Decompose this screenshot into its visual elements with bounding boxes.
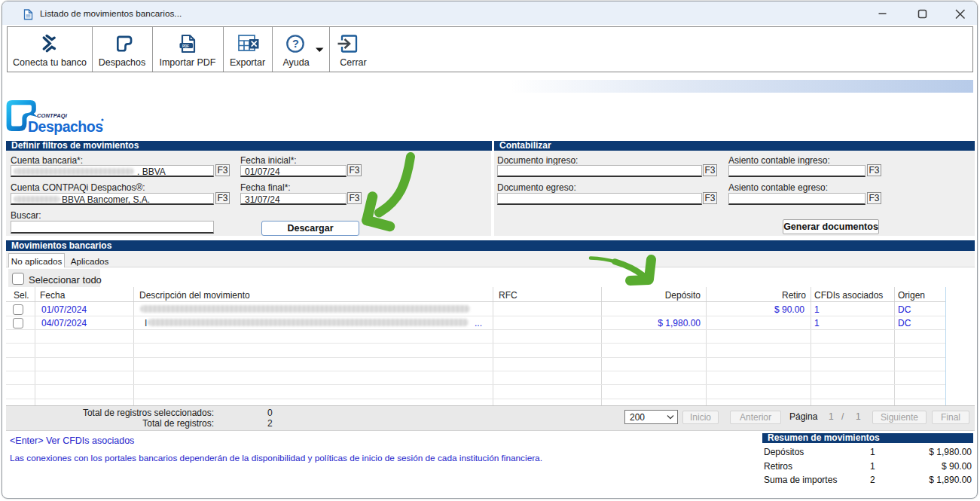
svg-text:Despachos: Despachos: [28, 118, 103, 135]
svg-text:?: ?: [292, 38, 299, 50]
svg-text:PDF: PDF: [182, 44, 189, 48]
